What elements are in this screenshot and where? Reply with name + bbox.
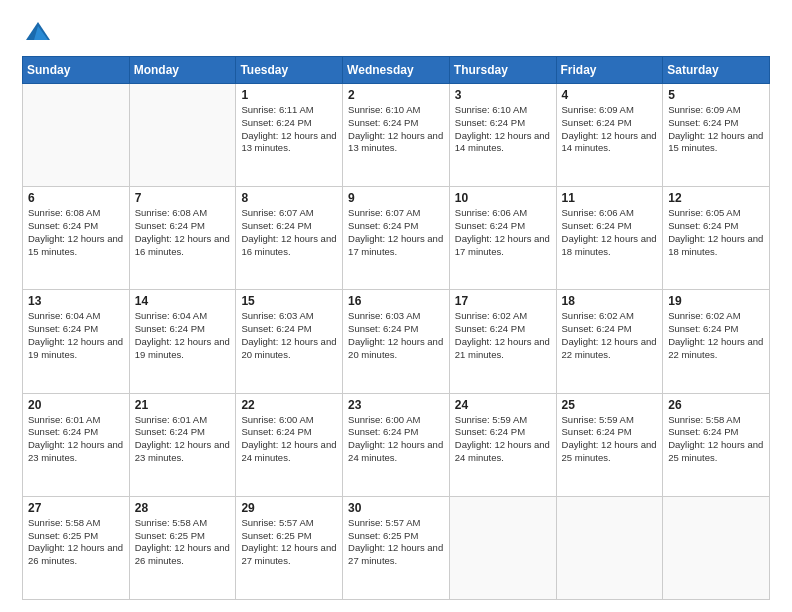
calendar-cell: 5Sunrise: 6:09 AMSunset: 6:24 PMDaylight…	[663, 84, 770, 187]
cell-sunrise: Sunrise: 6:05 AM	[668, 207, 740, 218]
cell-daylight: Daylight: 12 hours and 27 minutes.	[241, 542, 336, 566]
cell-sunset: Sunset: 6:25 PM	[241, 530, 311, 541]
day-number: 21	[135, 398, 231, 412]
weekday-header: Monday	[129, 57, 236, 84]
calendar-cell: 12Sunrise: 6:05 AMSunset: 6:24 PMDayligh…	[663, 187, 770, 290]
cell-sunrise: Sunrise: 6:02 AM	[562, 310, 634, 321]
cell-daylight: Daylight: 12 hours and 23 minutes.	[135, 439, 230, 463]
cell-daylight: Daylight: 12 hours and 18 minutes.	[668, 233, 763, 257]
cell-daylight: Daylight: 12 hours and 13 minutes.	[241, 130, 336, 154]
calendar-cell	[449, 496, 556, 599]
cell-sunrise: Sunrise: 6:01 AM	[135, 414, 207, 425]
day-number: 22	[241, 398, 337, 412]
cell-daylight: Daylight: 12 hours and 15 minutes.	[668, 130, 763, 154]
day-number: 28	[135, 501, 231, 515]
calendar-week-row: 13Sunrise: 6:04 AMSunset: 6:24 PMDayligh…	[23, 290, 770, 393]
day-number: 15	[241, 294, 337, 308]
cell-daylight: Daylight: 12 hours and 20 minutes.	[348, 336, 443, 360]
cell-sunrise: Sunrise: 6:00 AM	[348, 414, 420, 425]
day-number: 19	[668, 294, 764, 308]
cell-daylight: Daylight: 12 hours and 17 minutes.	[455, 233, 550, 257]
cell-sunrise: Sunrise: 5:57 AM	[348, 517, 420, 528]
day-number: 2	[348, 88, 444, 102]
calendar-cell: 21Sunrise: 6:01 AMSunset: 6:24 PMDayligh…	[129, 393, 236, 496]
cell-sunrise: Sunrise: 6:07 AM	[348, 207, 420, 218]
cell-sunset: Sunset: 6:24 PM	[668, 117, 738, 128]
day-number: 5	[668, 88, 764, 102]
calendar-cell: 10Sunrise: 6:06 AMSunset: 6:24 PMDayligh…	[449, 187, 556, 290]
calendar-cell: 8Sunrise: 6:07 AMSunset: 6:24 PMDaylight…	[236, 187, 343, 290]
page: SundayMondayTuesdayWednesdayThursdayFrid…	[0, 0, 792, 612]
day-number: 23	[348, 398, 444, 412]
cell-sunrise: Sunrise: 6:02 AM	[455, 310, 527, 321]
calendar-cell: 22Sunrise: 6:00 AMSunset: 6:24 PMDayligh…	[236, 393, 343, 496]
day-number: 25	[562, 398, 658, 412]
day-number: 30	[348, 501, 444, 515]
cell-daylight: Daylight: 12 hours and 17 minutes.	[348, 233, 443, 257]
day-number: 10	[455, 191, 551, 205]
calendar-cell	[129, 84, 236, 187]
calendar-cell: 16Sunrise: 6:03 AMSunset: 6:24 PMDayligh…	[343, 290, 450, 393]
calendar-cell: 9Sunrise: 6:07 AMSunset: 6:24 PMDaylight…	[343, 187, 450, 290]
calendar-cell: 29Sunrise: 5:57 AMSunset: 6:25 PMDayligh…	[236, 496, 343, 599]
cell-daylight: Daylight: 12 hours and 13 minutes.	[348, 130, 443, 154]
cell-daylight: Daylight: 12 hours and 16 minutes.	[135, 233, 230, 257]
cell-sunset: Sunset: 6:25 PM	[135, 530, 205, 541]
cell-sunrise: Sunrise: 6:06 AM	[562, 207, 634, 218]
cell-sunrise: Sunrise: 6:10 AM	[348, 104, 420, 115]
cell-sunset: Sunset: 6:24 PM	[562, 426, 632, 437]
day-number: 1	[241, 88, 337, 102]
cell-daylight: Daylight: 12 hours and 26 minutes.	[28, 542, 123, 566]
weekday-header: Sunday	[23, 57, 130, 84]
cell-daylight: Daylight: 12 hours and 18 minutes.	[562, 233, 657, 257]
cell-sunrise: Sunrise: 5:58 AM	[135, 517, 207, 528]
calendar-cell: 19Sunrise: 6:02 AMSunset: 6:24 PMDayligh…	[663, 290, 770, 393]
cell-sunset: Sunset: 6:24 PM	[241, 117, 311, 128]
cell-sunset: Sunset: 6:24 PM	[455, 220, 525, 231]
cell-sunrise: Sunrise: 6:08 AM	[28, 207, 100, 218]
day-number: 7	[135, 191, 231, 205]
calendar-cell	[663, 496, 770, 599]
calendar-cell	[556, 496, 663, 599]
calendar-cell: 13Sunrise: 6:04 AMSunset: 6:24 PMDayligh…	[23, 290, 130, 393]
cell-sunrise: Sunrise: 5:58 AM	[28, 517, 100, 528]
calendar-cell: 25Sunrise: 5:59 AMSunset: 6:24 PMDayligh…	[556, 393, 663, 496]
cell-sunrise: Sunrise: 6:07 AM	[241, 207, 313, 218]
day-number: 17	[455, 294, 551, 308]
day-number: 16	[348, 294, 444, 308]
cell-sunrise: Sunrise: 6:04 AM	[135, 310, 207, 321]
calendar-cell: 17Sunrise: 6:02 AMSunset: 6:24 PMDayligh…	[449, 290, 556, 393]
cell-sunrise: Sunrise: 5:58 AM	[668, 414, 740, 425]
day-number: 24	[455, 398, 551, 412]
weekday-header: Friday	[556, 57, 663, 84]
calendar-week-row: 27Sunrise: 5:58 AMSunset: 6:25 PMDayligh…	[23, 496, 770, 599]
cell-sunrise: Sunrise: 6:00 AM	[241, 414, 313, 425]
cell-sunrise: Sunrise: 6:06 AM	[455, 207, 527, 218]
day-number: 12	[668, 191, 764, 205]
cell-sunset: Sunset: 6:24 PM	[668, 220, 738, 231]
cell-daylight: Daylight: 12 hours and 19 minutes.	[28, 336, 123, 360]
cell-daylight: Daylight: 12 hours and 24 minutes.	[455, 439, 550, 463]
cell-sunrise: Sunrise: 6:09 AM	[562, 104, 634, 115]
day-number: 27	[28, 501, 124, 515]
calendar-cell: 4Sunrise: 6:09 AMSunset: 6:24 PMDaylight…	[556, 84, 663, 187]
cell-sunrise: Sunrise: 6:11 AM	[241, 104, 313, 115]
calendar-cell: 11Sunrise: 6:06 AMSunset: 6:24 PMDayligh…	[556, 187, 663, 290]
cell-daylight: Daylight: 12 hours and 23 minutes.	[28, 439, 123, 463]
cell-sunset: Sunset: 6:24 PM	[348, 426, 418, 437]
cell-sunrise: Sunrise: 6:09 AM	[668, 104, 740, 115]
calendar-cell	[23, 84, 130, 187]
cell-sunset: Sunset: 6:24 PM	[455, 323, 525, 334]
day-number: 13	[28, 294, 124, 308]
cell-sunset: Sunset: 6:25 PM	[28, 530, 98, 541]
calendar-cell: 30Sunrise: 5:57 AMSunset: 6:25 PMDayligh…	[343, 496, 450, 599]
cell-daylight: Daylight: 12 hours and 25 minutes.	[668, 439, 763, 463]
day-number: 26	[668, 398, 764, 412]
cell-sunrise: Sunrise: 6:02 AM	[668, 310, 740, 321]
calendar-table: SundayMondayTuesdayWednesdayThursdayFrid…	[22, 56, 770, 600]
day-number: 14	[135, 294, 231, 308]
calendar-cell: 23Sunrise: 6:00 AMSunset: 6:24 PMDayligh…	[343, 393, 450, 496]
cell-sunset: Sunset: 6:24 PM	[28, 426, 98, 437]
cell-sunset: Sunset: 6:24 PM	[241, 323, 311, 334]
cell-sunrise: Sunrise: 6:01 AM	[28, 414, 100, 425]
